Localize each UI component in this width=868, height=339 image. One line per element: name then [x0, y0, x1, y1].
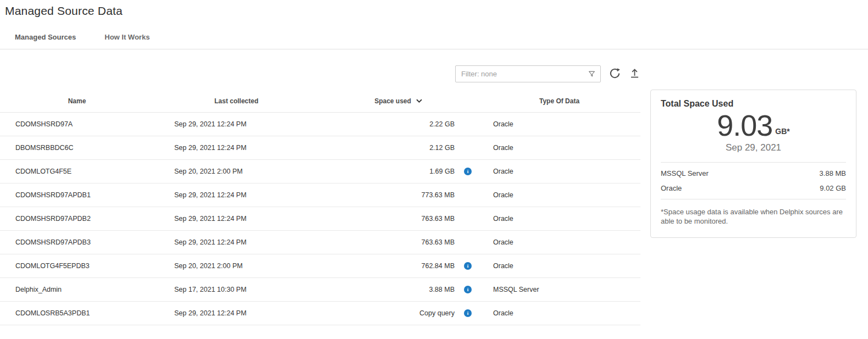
last-collected: Sep 20, 2021 2:00 PM	[154, 262, 319, 270]
summary-date: Sep 29, 2021	[661, 142, 846, 153]
table-row[interactable]: CDOMSHSRD97APDB2 Sep 29, 2021 12:24 PM 7…	[0, 207, 640, 231]
summary-footnote: *Space usage data is available when Delp…	[661, 207, 846, 226]
table-row[interactable]: CDOMLOTG4F5E Sep 20, 2021 2:00 PM 1.69 G…	[0, 160, 640, 184]
table-row[interactable]: CDOMSHSRD97APDB3 Sep 29, 2021 12:24 PM 7…	[0, 231, 640, 254]
table-row[interactable]: DBOMSRBBDC6C Sep 29, 2021 12:24 PM 2.12 …	[0, 136, 640, 160]
main-content: Name Last collected Space used Type Of D…	[0, 65, 640, 325]
last-collected: Sep 20, 2021 2:00 PM	[154, 168, 319, 175]
space-used-cell: 762.84 MB i	[319, 262, 478, 270]
refresh-icon	[609, 67, 621, 81]
space-used-value: Copy query	[419, 309, 455, 317]
summary-title: Total Space Used	[661, 99, 846, 109]
table-body: CDOMSHSRD97A Sep 29, 2021 12:24 PM 2.22 …	[0, 113, 640, 325]
space-used-value: 763.63 MB	[422, 238, 455, 246]
refresh-button[interactable]	[609, 67, 621, 81]
space-used-value: 2.22 GB	[429, 120, 455, 128]
last-collected: Sep 29, 2021 12:24 PM	[154, 238, 319, 246]
space-used-cell: 3.88 MB i	[319, 286, 478, 293]
source-name: CDOMSHSRD97A	[0, 120, 154, 128]
column-header-type-of-data[interactable]: Type Of Data	[478, 97, 640, 105]
source-name: CDOMLOTG4F5EPDB3	[0, 262, 154, 270]
space-used-value: 2.12 GB	[429, 144, 455, 152]
data-type: MSSQL Server	[478, 286, 640, 293]
breakdown-label: MSSQL Server	[661, 169, 709, 177]
data-type: Oracle	[478, 191, 640, 199]
data-type: Oracle	[478, 238, 640, 246]
total-space-value: 9.03 GB*	[661, 110, 846, 141]
toolbar	[0, 65, 640, 82]
breakdown-label: Oracle	[661, 184, 682, 192]
data-type: Oracle	[478, 309, 640, 317]
space-used-value: 762.84 MB	[422, 262, 455, 270]
data-type: Oracle	[478, 144, 640, 152]
last-collected: Sep 29, 2021 12:24 PM	[154, 309, 319, 317]
column-header-space-used[interactable]: Space used	[319, 97, 478, 105]
info-icon[interactable]: i	[464, 309, 472, 317]
space-breakdown: MSSQL Server 3.88 MB Oracle 9.02 GB	[661, 162, 846, 199]
total-space-used-card: Total Space Used 9.03 GB* Sep 29, 2021 M…	[650, 90, 856, 238]
breakdown-value: 3.88 MB	[820, 169, 846, 177]
breakdown-row: MSSQL Server 3.88 MB	[661, 166, 846, 181]
managed-source-data-page: Managed Source Data Managed Sources How …	[0, 0, 868, 339]
source-name: Delphix_Admin	[0, 286, 154, 293]
space-used-cell: 2.22 GB i	[319, 120, 478, 128]
data-type: Oracle	[478, 262, 640, 270]
breakdown-row: Oracle 9.02 GB	[661, 181, 846, 196]
last-collected: Sep 17, 2021 10:30 PM	[154, 286, 319, 293]
source-name: DBOMSRBBDC6C	[0, 144, 154, 152]
tab-bar: Managed Sources How It Works	[0, 18, 868, 49]
source-name: CDOMSHSRD97APDB3	[0, 238, 154, 246]
last-collected: Sep 29, 2021 12:24 PM	[154, 191, 319, 199]
breakdown-value: 9.02 GB	[820, 184, 846, 192]
source-name: CDOMLOTG4F5E	[0, 168, 154, 175]
data-type: Oracle	[478, 215, 640, 223]
last-collected: Sep 29, 2021 12:24 PM	[154, 215, 319, 223]
table-row[interactable]: Delphix_Admin Sep 17, 2021 10:30 PM 3.88…	[0, 278, 640, 302]
column-header-name[interactable]: Name	[0, 97, 154, 105]
source-name: CDOMLOSRB5A3PDB1	[0, 309, 154, 317]
filter-box[interactable]	[455, 65, 601, 82]
tab-managed-sources[interactable]: Managed Sources	[15, 33, 76, 41]
table-row[interactable]: CDOMLOTG4F5EPDB3 Sep 20, 2021 2:00 PM 76…	[0, 254, 640, 278]
info-icon[interactable]: i	[464, 262, 472, 270]
page-title: Managed Source Data	[0, 0, 868, 18]
space-used-cell: Copy query i	[319, 309, 478, 317]
table-row[interactable]: CDOMSHSRD97APDB1 Sep 29, 2021 12:24 PM 7…	[0, 184, 640, 207]
export-button[interactable]	[629, 68, 640, 81]
last-collected: Sep 29, 2021 12:24 PM	[154, 144, 319, 152]
space-used-cell: 763.63 MB i	[319, 238, 478, 246]
table-row[interactable]: CDOMLOSRB5A3PDB1 Sep 29, 2021 12:24 PM C…	[0, 302, 640, 325]
total-space-unit: GB*	[775, 127, 789, 136]
upload-icon	[629, 68, 640, 81]
filter-funnel-icon[interactable]	[588, 70, 596, 78]
space-used-cell: 773.63 MB i	[319, 191, 478, 199]
source-name: CDOMSHSRD97APDB2	[0, 215, 154, 223]
info-icon[interactable]: i	[464, 286, 472, 293]
space-used-cell: 2.12 GB i	[319, 144, 478, 152]
space-used-cell: 763.63 MB i	[319, 215, 478, 223]
space-used-value: 763.63 MB	[422, 215, 455, 223]
space-used-cell: 1.69 GB i	[319, 168, 478, 175]
total-space-number: 9.03	[717, 110, 772, 141]
column-header-last-collected[interactable]: Last collected	[154, 97, 319, 105]
space-used-value: 773.63 MB	[422, 191, 455, 199]
space-used-value: 3.88 MB	[429, 286, 455, 293]
chevron-down-icon[interactable]	[416, 97, 423, 105]
data-type: Oracle	[478, 120, 640, 128]
last-collected: Sep 29, 2021 12:24 PM	[154, 120, 319, 128]
data-type: Oracle	[478, 168, 640, 175]
table-row[interactable]: CDOMSHSRD97A Sep 29, 2021 12:24 PM 2.22 …	[0, 113, 640, 136]
info-icon[interactable]: i	[464, 168, 472, 175]
table-header: Name Last collected Space used Type Of D…	[0, 90, 640, 113]
tab-how-it-works[interactable]: How It Works	[104, 33, 150, 41]
filter-input[interactable]	[461, 70, 588, 78]
source-name: CDOMSHSRD97APDB1	[0, 191, 154, 199]
space-used-value: 1.69 GB	[429, 168, 455, 175]
